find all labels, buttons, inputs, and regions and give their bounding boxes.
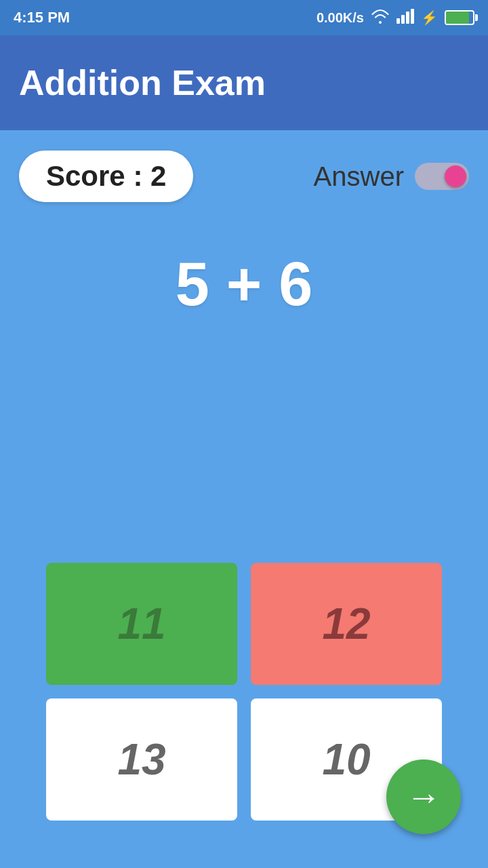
content-area: Score : 2 Answer 5 + 6 11 12 13 10 → — [0, 130, 488, 868]
answer-toggle-row: Answer — [314, 161, 469, 192]
answer-grid: 11 12 13 10 — [46, 563, 442, 821]
app-bar: Addition Exam — [0, 35, 488, 130]
battery-icon — [445, 10, 474, 25]
answer-toggle[interactable] — [415, 163, 469, 190]
answer-btn-13[interactable]: 13 — [46, 698, 237, 821]
status-time: 4:15 PM — [14, 9, 70, 26]
svg-rect-0 — [396, 18, 400, 24]
score-badge: Score : 2 — [19, 151, 193, 202]
charge-icon: ⚡ — [421, 9, 438, 26]
toggle-knob — [445, 165, 466, 187]
status-bar: 4:15 PM 0.00K/s ⚡ — [0, 0, 488, 35]
app-title: Addition Exam — [19, 62, 266, 103]
svg-rect-3 — [411, 9, 414, 24]
svg-rect-2 — [406, 12, 409, 24]
top-row: Score : 2 Answer — [19, 151, 469, 202]
network-speed: 0.00K/s — [317, 10, 364, 26]
answer-label: Answer — [314, 161, 404, 192]
svg-rect-1 — [401, 15, 405, 24]
next-button[interactable]: → — [386, 760, 461, 834]
answer-btn-11[interactable]: 11 — [46, 563, 237, 685]
answer-btn-12[interactable]: 12 — [251, 563, 442, 685]
signal-icon — [396, 9, 414, 27]
wifi-icon — [371, 9, 390, 27]
status-right: 0.00K/s ⚡ — [317, 9, 474, 27]
math-question: 5 + 6 — [19, 250, 469, 319]
next-arrow-icon: → — [406, 776, 441, 817]
